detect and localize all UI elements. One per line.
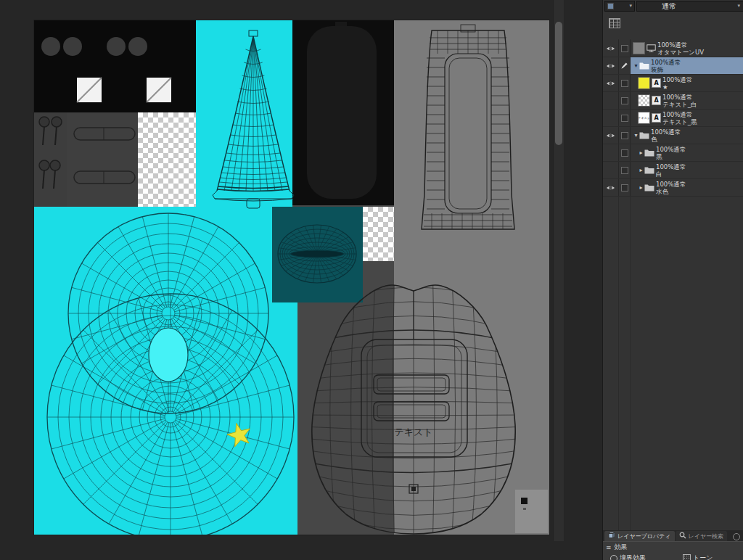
layer-row[interactable]: 100%通常オタマトーンUV <box>603 40 743 57</box>
folder-icon <box>639 62 649 70</box>
region-teal-square <box>272 207 363 302</box>
tone-label: トーン <box>693 553 713 560</box>
layer-checkbox[interactable] <box>619 162 631 178</box>
layer-row[interactable]: ▾100%通常色 <box>603 127 743 144</box>
layer-checkbox[interactable] <box>619 179 631 196</box>
tone-option[interactable]: トーン <box>683 553 713 560</box>
visibility-eye-icon[interactable] <box>603 179 619 196</box>
folder-icon <box>644 149 654 157</box>
palette-mini-dropdown[interactable]: ▾ <box>604 1 635 12</box>
tab-label: レイヤープロパティ <box>617 532 671 540</box>
layer-thumbnail <box>638 94 650 107</box>
layer-checkbox[interactable] <box>619 40 631 57</box>
visibility-eye-icon[interactable] <box>603 127 619 144</box>
layer-row[interactable]: ▸100%通常白 <box>603 162 743 179</box>
effect-section-header: ≡ 効果 <box>603 542 743 552</box>
layer-text: 100%通常★ <box>662 76 692 91</box>
layer-row[interactable]: ▾100%通常装飾 <box>603 57 743 75</box>
visibility-eye-icon[interactable] <box>603 75 619 91</box>
blend-mode-value: 通常 <box>662 1 676 12</box>
region-transparent-checker-2 <box>363 207 394 261</box>
layer-checkbox[interactable] <box>619 127 631 144</box>
layer-content[interactable]: A100%通常★ <box>631 75 743 91</box>
layer-name: 水色 <box>656 188 686 195</box>
layer-mode-line: 100%通常 <box>662 94 697 101</box>
region-small-gray-square <box>515 490 548 533</box>
layer-content[interactable]: ▸100%通常水色 <box>631 179 743 196</box>
layer-content[interactable]: A100%通常テキスト_白 <box>631 92 743 109</box>
checkbox-box <box>621 149 628 157</box>
layer-name: オタマトーンUV <box>657 49 704 56</box>
visibility-eye-empty[interactable] <box>603 92 619 109</box>
checkbox-box <box>621 97 628 104</box>
visibility-eye-icon[interactable] <box>603 57 619 74</box>
chevron-down-icon: ▾ <box>629 4 632 9</box>
layer-list: 100%通常オタマトーンUV▾100%通常装飾A100%通常★A100%通常テキ… <box>603 40 743 197</box>
scrollbar-thumb[interactable] <box>555 22 562 145</box>
palette-grid-icon[interactable] <box>609 18 620 28</box>
expand-closed-icon[interactable]: ▸ <box>638 184 644 191</box>
document-canvas[interactable]: テキスト <box>34 20 549 535</box>
layer-checkbox[interactable] <box>619 144 631 161</box>
layer-mode-line: 100%通常 <box>662 111 697 118</box>
boundary-effect-icon[interactable] <box>610 555 617 560</box>
layer-mode-line: 100%通常 <box>662 76 692 83</box>
layer-content[interactable]: ▾100%通常色 <box>631 127 743 144</box>
menu-icon: ≡ <box>606 544 612 551</box>
layer-name: テキスト_白 <box>662 101 697 108</box>
expand-open-icon[interactable]: ▾ <box>633 132 639 139</box>
app-window: テキスト ▾ 通常 ▾ 100%通常オタマトーンUV▾100%通常装飾A100%… <box>0 0 743 560</box>
layer-row[interactable]: ▸100%通常水色 <box>603 179 743 197</box>
blend-mode-select[interactable]: 通常 ▾ <box>636 1 743 12</box>
region-cyan-big <box>34 207 297 535</box>
layer-text: 100%通常白 <box>656 163 686 178</box>
tab-extra-icon[interactable] <box>733 533 740 540</box>
layer-content[interactable]: ▸100%通常白 <box>631 162 743 178</box>
region-gray-right <box>394 20 549 535</box>
layer-name: 白 <box>656 170 686 178</box>
layer-row[interactable]: A100%通常テキスト_白 <box>603 92 743 110</box>
layer-thumbnail <box>638 77 650 89</box>
region-left-strip <box>34 112 67 207</box>
layer-content[interactable]: テキストA100%通常テキスト_黒 <box>631 110 743 126</box>
layer-checkbox[interactable] <box>619 75 631 91</box>
visibility-eye-icon[interactable] <box>603 40 619 57</box>
layer-name: 黒 <box>656 153 686 160</box>
text-layer-icon: A <box>652 78 661 88</box>
visibility-eye-empty[interactable] <box>603 162 619 178</box>
edit-target-pen-icon[interactable] <box>619 57 631 74</box>
layer-text: 100%通常色 <box>651 128 681 143</box>
layer-content[interactable]: ▸100%通常黒 <box>631 144 743 161</box>
layer-name: 色 <box>651 136 681 143</box>
tab-layer-search[interactable]: レイヤー検索 <box>676 531 728 541</box>
layer-name: 装飾 <box>651 66 681 73</box>
expand-closed-icon[interactable]: ▸ <box>638 149 644 156</box>
checkbox-box <box>621 45 628 52</box>
layer-checkbox[interactable] <box>619 110 631 126</box>
checkbox-box <box>621 167 628 174</box>
tab-layer-property[interactable]: レイヤープロパティ <box>604 531 675 541</box>
layer-thumbnail <box>633 42 645 54</box>
expand-open-icon[interactable]: ▾ <box>633 62 639 69</box>
blend-mode-row: ▾ 通常 ▾ <box>603 0 743 12</box>
layer-text: 100%通常テキスト_白 <box>662 94 697 108</box>
layer-row[interactable]: A100%通常★ <box>603 75 743 92</box>
folder-icon <box>639 131 649 139</box>
visibility-eye-empty[interactable] <box>603 144 619 161</box>
layer-mode-line: 100%通常 <box>656 146 686 153</box>
layer-mode-line: 100%通常 <box>656 163 686 170</box>
region-gray-inset <box>67 112 138 207</box>
boundary-effect-label[interactable]: 境界効果 <box>620 553 646 560</box>
cube-icon <box>608 532 615 540</box>
layer-row[interactable]: ▸100%通常黒 <box>603 144 743 162</box>
visibility-eye-empty[interactable] <box>603 110 619 126</box>
checkbox-box <box>621 132 628 139</box>
layer-row[interactable]: テキストA100%通常テキスト_黒 <box>603 110 743 127</box>
layer-content[interactable]: 100%通常オタマトーンUV <box>631 40 743 57</box>
expand-closed-icon[interactable]: ▸ <box>638 167 644 173</box>
layer-checkbox[interactable] <box>619 92 631 109</box>
layer-content[interactable]: ▾100%通常装飾 <box>631 57 743 74</box>
vertical-scrollbar[interactable] <box>553 0 564 541</box>
region-transparent-checker <box>138 112 196 207</box>
layer-text: 100%通常装飾 <box>651 59 681 73</box>
